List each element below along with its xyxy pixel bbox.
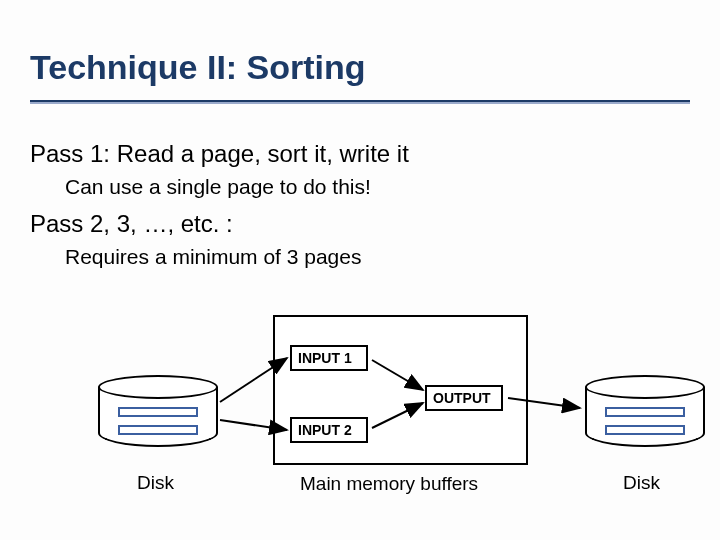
memory-label: Main memory buffers: [300, 473, 478, 495]
pass2-sub: Requires a minimum of 3 pages: [65, 245, 361, 269]
pass2-heading: Pass 2, 3, …, etc. :: [30, 210, 233, 238]
left-disk-label: Disk: [137, 472, 174, 494]
slide-title: Technique II: Sorting: [30, 48, 366, 87]
right-disk-icon: [585, 375, 705, 453]
right-disk-label: Disk: [623, 472, 660, 494]
slide: Technique II: Sorting Pass 1: Read a pag…: [0, 0, 720, 540]
title-divider: [30, 100, 690, 104]
input1-buffer: INPUT 1: [290, 345, 368, 371]
pass1-heading: Pass 1: Read a page, sort it, write it: [30, 140, 409, 168]
pass1-sub: Can use a single page to do this!: [65, 175, 371, 199]
output-buffer: OUTPUT: [425, 385, 503, 411]
input2-buffer: INPUT 2: [290, 417, 368, 443]
left-disk-icon: [98, 375, 218, 453]
